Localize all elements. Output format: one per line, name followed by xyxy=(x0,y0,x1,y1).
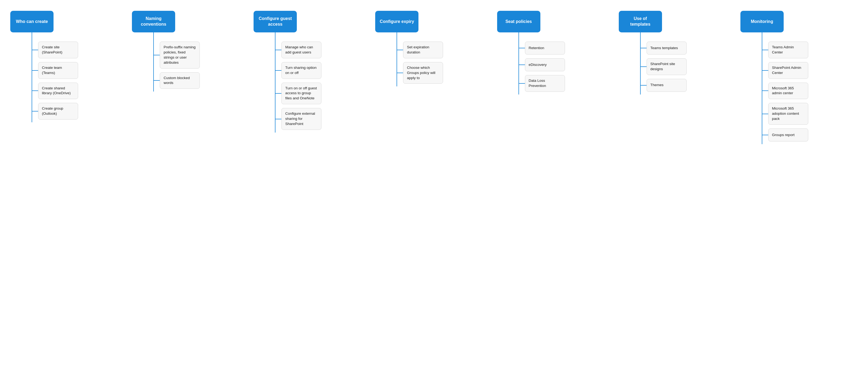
body-row-configure-expiry: Set expiration durationChoose which Grou… xyxy=(375,39,443,86)
body-row-monitoring: Teams Admin CenterSharePoint Admin Cente… xyxy=(740,39,808,144)
horizontal-line xyxy=(762,135,768,135)
item-row: eDiscovery xyxy=(519,58,565,71)
horizontal-line xyxy=(762,50,768,50)
item-row: Manage who can add guest users xyxy=(275,42,321,58)
header-connector-naming-conventions xyxy=(153,32,154,39)
item-card: Teams templates xyxy=(647,42,687,55)
horizontal-line xyxy=(762,91,768,91)
header-connector-monitoring xyxy=(762,32,762,39)
item-row: Turn sharing option on or off xyxy=(275,62,321,79)
horizontal-line xyxy=(32,111,38,111)
item-row: Create group (Outlook) xyxy=(32,103,78,119)
header-connector-seat-policies xyxy=(519,32,519,39)
items-list-seat-policies: RetentioneDiscoveryData Loss Prevention xyxy=(519,39,565,95)
horizontal-line xyxy=(519,48,525,48)
item-card: Create site (SharePoint) xyxy=(38,42,78,58)
item-row: Retention xyxy=(519,42,565,55)
item-row: Create team (Teams) xyxy=(32,62,78,79)
item-card: SharePoint Admin Center xyxy=(768,62,808,79)
item-row: SharePoint Admin Center xyxy=(762,62,808,79)
horizontal-line xyxy=(32,70,38,71)
horizontal-line xyxy=(519,65,525,65)
item-card: Set expiration duration xyxy=(403,42,443,58)
item-card: Turn sharing option on or off xyxy=(281,62,321,79)
items-list-monitoring: Teams Admin CenterSharePoint Admin Cente… xyxy=(762,39,808,144)
column-configure-guest-access: Configure guest accessManage who can add… xyxy=(251,11,373,133)
horizontal-line xyxy=(397,73,403,73)
horizontal-line xyxy=(519,83,525,84)
item-card: Configure external sharing for SharePoin… xyxy=(281,108,321,130)
header-connector-who-can-create xyxy=(32,32,32,39)
item-card: Create shared library (OneDrive) xyxy=(38,82,78,99)
body-row-who-can-create: Create site (SharePoint)Create team (Tea… xyxy=(10,39,78,122)
header-connector-configure-expiry xyxy=(397,32,397,39)
header-connector-use-of-templates xyxy=(640,32,641,39)
item-row: Data Loss Prevention xyxy=(519,75,565,92)
header-connector-configure-guest-access xyxy=(275,32,275,39)
item-row: Custom blocked words xyxy=(154,72,200,89)
horizontal-line xyxy=(641,48,647,48)
horizontal-line xyxy=(275,93,281,94)
items-list-who-can-create: Create site (SharePoint)Create team (Tea… xyxy=(32,39,78,122)
item-row: Set expiration duration xyxy=(397,42,443,58)
item-row: Teams templates xyxy=(641,42,687,55)
column-naming-conventions: Naming conventionsPrefix-suffix naming p… xyxy=(130,11,251,92)
column-header-seat-policies: Seat policies xyxy=(497,11,540,32)
diagram: Who can createCreate site (SharePoint)Cr… xyxy=(8,11,860,144)
item-card: Turn on or off guest access to group fil… xyxy=(281,82,321,104)
item-card: Themes xyxy=(647,79,687,92)
item-row: Microsoft 365 admin center xyxy=(762,82,808,99)
item-card: Microsoft 365 adoption content pack xyxy=(768,103,808,125)
body-row-naming-conventions: Prefix-suffix naming policies, fixed str… xyxy=(132,39,200,92)
item-card: Create team (Teams) xyxy=(38,62,78,79)
horizontal-line xyxy=(275,50,281,50)
item-row: SharePoint site designs xyxy=(641,58,687,75)
body-row-configure-guest-access: Manage who can add guest usersTurn shari… xyxy=(254,39,321,133)
items-list-configure-expiry: Set expiration durationChoose which Grou… xyxy=(397,39,443,86)
item-card: Groups report xyxy=(768,129,808,141)
item-row: Create shared library (OneDrive) xyxy=(32,82,78,99)
horizontal-line xyxy=(641,85,647,85)
horizontal-line xyxy=(32,91,38,91)
item-row: Create site (SharePoint) xyxy=(32,42,78,58)
horizontal-line xyxy=(275,70,281,71)
item-card: eDiscovery xyxy=(525,58,565,71)
item-card: Manage who can add guest users xyxy=(281,42,321,58)
horizontal-line xyxy=(154,80,160,81)
item-card: Create group (Outlook) xyxy=(38,103,78,119)
item-row: Configure external sharing for SharePoin… xyxy=(275,108,321,130)
column-header-naming-conventions: Naming conventions xyxy=(132,11,175,32)
item-row: Teams Admin Center xyxy=(762,42,808,58)
column-header-who-can-create: Who can create xyxy=(10,11,54,32)
item-card: Retention xyxy=(525,42,565,55)
column-who-can-create: Who can createCreate site (SharePoint)Cr… xyxy=(8,11,130,122)
horizontal-line xyxy=(641,66,647,67)
horizontal-line xyxy=(397,50,403,50)
items-list-configure-guest-access: Manage who can add guest usersTurn shari… xyxy=(275,39,321,133)
item-card: Microsoft 365 admin center xyxy=(768,82,808,99)
column-use-of-templates: Use of templatesTeams templatesSharePoin… xyxy=(617,11,738,95)
column-header-configure-expiry: Configure expiry xyxy=(375,11,418,32)
item-row: Prefix-suffix naming policies, fixed str… xyxy=(154,42,200,69)
horizontal-line xyxy=(154,55,160,55)
horizontal-line xyxy=(32,50,38,50)
item-card: SharePoint site designs xyxy=(647,58,687,75)
items-list-use-of-templates: Teams templatesSharePoint site designsTh… xyxy=(641,39,687,95)
column-header-monitoring: Monitoring xyxy=(740,11,784,32)
column-header-use-of-templates: Use of templates xyxy=(619,11,662,32)
body-row-use-of-templates: Teams templatesSharePoint site designsTh… xyxy=(619,39,687,95)
items-list-naming-conventions: Prefix-suffix naming policies, fixed str… xyxy=(154,39,200,92)
horizontal-line xyxy=(762,114,768,114)
item-card: Data Loss Prevention xyxy=(525,75,565,92)
item-row: Themes xyxy=(641,79,687,92)
horizontal-line xyxy=(275,119,281,119)
item-card: Teams Admin Center xyxy=(768,42,808,58)
item-row: Microsoft 365 adoption content pack xyxy=(762,103,808,125)
item-card: Custom blocked words xyxy=(160,72,200,89)
item-card: Choose which Groups policy will apply to xyxy=(403,62,443,84)
horizontal-line xyxy=(762,70,768,71)
column-seat-policies: Seat policiesRetentioneDiscoveryData Los… xyxy=(495,11,617,95)
column-header-configure-guest-access: Configure guest access xyxy=(254,11,297,32)
column-monitoring: MonitoringTeams Admin CenterSharePoint A… xyxy=(738,11,860,144)
column-configure-expiry: Configure expirySet expiration durationC… xyxy=(373,11,495,86)
